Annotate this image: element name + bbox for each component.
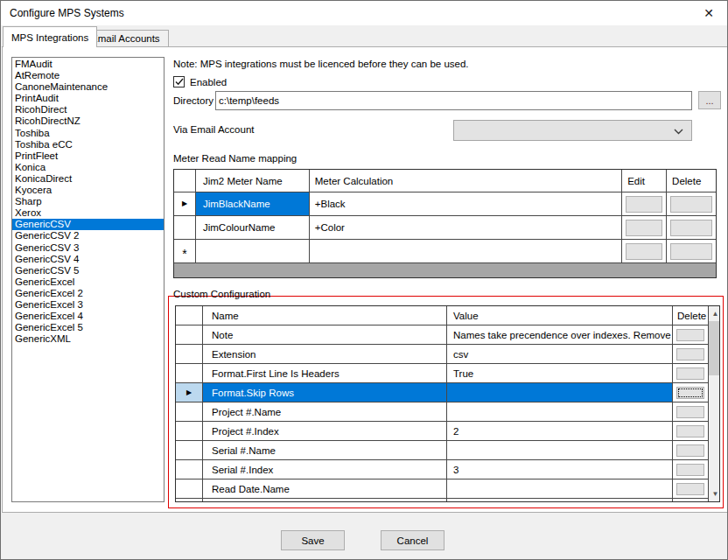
edit-cell[interactable] (622, 240, 667, 263)
list-item-sharp[interactable]: Sharp (12, 196, 164, 207)
delete-cell[interactable] (673, 422, 708, 441)
delete-cell[interactable] (673, 499, 708, 502)
scrollbar-thumb[interactable] (709, 321, 720, 375)
config-name-cell[interactable]: Project #.Name (203, 402, 447, 422)
list-item-genericcsv-5[interactable]: GenericCSV 5 (12, 265, 164, 276)
delete-row-button[interactable] (676, 368, 704, 380)
config-value-cell[interactable]: True (447, 364, 673, 383)
directory-input[interactable] (215, 91, 692, 110)
cancel-button[interactable]: Cancel (381, 530, 444, 550)
list-item-konicadirect[interactable]: KonicaDirect (12, 173, 164, 185)
delete-row-button[interactable] (676, 387, 704, 399)
list-item-toshiba-ecc[interactable]: Toshiba eCC (12, 139, 164, 150)
delete-row-button[interactable] (670, 220, 712, 236)
config-name-cell[interactable]: Format.Skip Rows (203, 383, 447, 402)
config-col-value[interactable]: Value (447, 306, 673, 326)
tab-mps-integrations[interactable]: MPS Integrations (3, 26, 97, 47)
meter-name-cell[interactable]: JimColourName (196, 216, 310, 240)
config-name-cell[interactable]: Project #.Index (203, 422, 447, 441)
config-value-cell[interactable] (447, 383, 673, 402)
list-item-genericexcel[interactable]: GenericExcel (12, 276, 164, 288)
delete-row-button[interactable] (670, 243, 712, 260)
delete-cell[interactable] (667, 216, 716, 240)
config-value-cell[interactable] (447, 402, 673, 422)
row-header-cell[interactable]: ▶ (174, 192, 196, 216)
meter-col-edit[interactable]: Edit (622, 170, 667, 192)
delete-row-button[interactable] (676, 464, 704, 476)
row-header-cell[interactable] (174, 216, 196, 240)
row-header-cell[interactable]: * (174, 240, 196, 263)
delete-row-button[interactable] (676, 444, 704, 457)
config-name-cell[interactable]: Note (203, 326, 447, 345)
list-item-genericcsv-2[interactable]: GenericCSV 2 (12, 230, 164, 242)
scroll-up-button[interactable]: ▲ (709, 306, 720, 321)
list-item-xerox[interactable]: Xerox (12, 207, 164, 219)
meter-col-jim2-name[interactable]: Jim2 Meter Name (196, 170, 310, 192)
delete-cell[interactable] (673, 364, 708, 383)
list-item-atremote[interactable]: AtRemote (12, 70, 164, 81)
list-item-printfleet[interactable]: PrintFleet (12, 150, 164, 162)
delete-cell[interactable] (667, 192, 716, 216)
list-item-ricohdirect[interactable]: RicohDirect (12, 104, 164, 116)
custom-config-scrollbar[interactable]: ▲ ▼ (708, 306, 719, 501)
edit-cell[interactable] (622, 192, 667, 216)
save-button[interactable]: Save (281, 530, 345, 550)
delete-cell[interactable] (673, 441, 708, 460)
meter-name-cell[interactable]: JimBlackName (196, 192, 310, 216)
row-header-cell[interactable] (176, 345, 203, 364)
list-item-genericcsv-3[interactable]: GenericCSV 3 (12, 242, 164, 254)
row-header-cell[interactable] (176, 441, 203, 460)
list-item-printaudit[interactable]: PrintAudit (12, 93, 164, 104)
meter-col-delete[interactable]: Delete (667, 170, 716, 192)
list-item-fmaudit[interactable]: FMAudit (12, 59, 164, 70)
meter-calc-cell[interactable] (310, 240, 622, 263)
meter-col-rowheader[interactable] (174, 170, 196, 192)
config-value-cell[interactable]: csv (447, 345, 673, 364)
delete-row-button[interactable] (676, 502, 704, 503)
delete-cell[interactable] (667, 240, 716, 263)
config-name-cell[interactable]: Extension (203, 345, 447, 364)
delete-cell[interactable] (673, 402, 708, 422)
list-item-genericcsv-4[interactable]: GenericCSV 4 (12, 254, 164, 265)
list-item-konica[interactable]: Konica (12, 162, 164, 173)
close-button[interactable]: ✕ (696, 3, 722, 24)
edit-row-button[interactable] (626, 243, 662, 260)
config-col-delete[interactable]: Delete (673, 306, 708, 326)
list-item-kyocera[interactable]: Kyocera (12, 185, 164, 196)
row-header-cell[interactable] (176, 480, 203, 499)
scroll-down-button[interactable]: ▼ (709, 486, 720, 501)
delete-row-button[interactable] (676, 406, 704, 418)
row-header-cell[interactable] (176, 326, 203, 345)
config-name-cell[interactable]: Serial #.Name (203, 441, 447, 460)
config-value-cell[interactable] (447, 499, 673, 502)
list-item-toshiba[interactable]: Toshiba (12, 128, 164, 139)
delete-row-button[interactable] (676, 348, 704, 360)
row-header-cell[interactable] (176, 422, 203, 441)
config-name-cell[interactable]: Serial #.Index (203, 460, 447, 480)
config-value-cell[interactable] (447, 480, 673, 499)
meter-calc-cell[interactable]: +Black (310, 192, 622, 216)
config-value-cell[interactable]: 3 (447, 460, 673, 480)
delete-row-button[interactable] (670, 196, 712, 213)
config-name-cell[interactable] (203, 499, 447, 502)
config-value-cell[interactable] (447, 441, 673, 460)
list-item-genericcsv[interactable]: GenericCSV (12, 219, 164, 230)
config-value-cell[interactable]: Names take precendence over indexes. Rem… (447, 326, 673, 345)
row-header-cell[interactable]: ▶ (176, 383, 203, 402)
config-col-rowheader[interactable] (176, 306, 203, 326)
config-col-name[interactable]: Name (203, 306, 447, 326)
via-email-dropdown[interactable] (453, 120, 692, 141)
delete-cell[interactable] (673, 383, 708, 402)
config-value-cell[interactable]: 2 (447, 422, 673, 441)
enabled-checkbox[interactable] (173, 76, 185, 88)
list-item-genericexcel-2[interactable]: GenericExcel 2 (12, 288, 164, 299)
delete-cell[interactable] (673, 460, 708, 480)
delete-row-button[interactable] (676, 425, 704, 438)
meter-calc-cell[interactable]: +Color (310, 216, 622, 240)
delete-row-button[interactable] (676, 329, 704, 341)
row-header-cell[interactable] (176, 364, 203, 383)
meter-name-cell[interactable] (196, 240, 310, 263)
edit-row-button[interactable] (626, 196, 662, 213)
list-item-genericxml[interactable]: GenericXML (12, 333, 164, 345)
row-header-cell[interactable] (176, 402, 203, 422)
